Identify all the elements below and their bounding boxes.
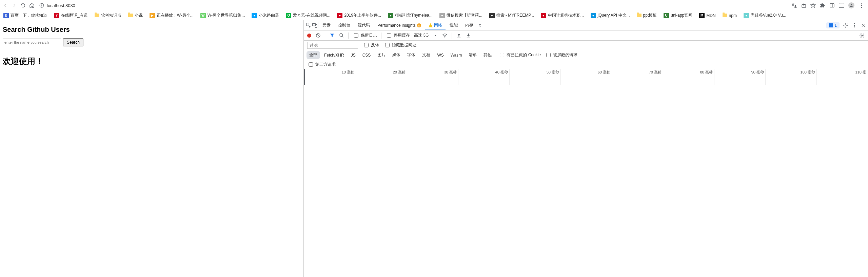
star-icon[interactable] — [810, 3, 816, 8]
type-filter-js[interactable]: JS — [348, 52, 358, 59]
settings-icon[interactable] — [843, 23, 848, 28]
blocked-requests-checkbox[interactable]: 被屏蔽的请求 — [545, 52, 577, 58]
profile-icon[interactable] — [848, 2, 854, 8]
type-filter-图片[interactable]: 图片 — [375, 51, 388, 59]
type-filter-其他[interactable]: 其他 — [481, 51, 494, 59]
bookmark-label: ppt模板 — [643, 13, 657, 18]
bookmark-item[interactable]: Y在线翻译_有道 — [53, 12, 89, 19]
hide-data-urls-checkbox[interactable]: 隐藏数据网址 — [384, 42, 416, 48]
tab-network[interactable]: 网络 — [425, 21, 446, 29]
issues-button[interactable]: 1 — [826, 22, 840, 28]
bookmark-item[interactable]: Q爱奇艺-在线视频网... — [284, 12, 332, 19]
browser-nav: localhost:8080 — [0, 0, 868, 11]
bookmark-item[interactable]: ●微信搜索【听音落... — [438, 12, 484, 19]
type-filter-wasm[interactable]: Wasm — [448, 52, 465, 59]
disable-cache-checkbox[interactable]: 停用缓存 — [386, 32, 410, 39]
bookmark-label: W-另个世界第01集... — [208, 13, 245, 18]
bookmark-label: 模板引擎Thymelea... — [395, 13, 433, 18]
type-filter-文档[interactable]: 文档 — [419, 51, 433, 59]
type-filter-媒体[interactable]: 媒体 — [390, 51, 403, 59]
clear-icon[interactable] — [315, 33, 321, 38]
filter-icon[interactable] — [329, 33, 335, 38]
bookmark-item[interactable]: npm — [721, 13, 738, 19]
menu-icon[interactable] — [859, 3, 864, 8]
download-icon[interactable] — [466, 33, 471, 38]
folder-icon — [95, 14, 99, 17]
bookmark-label: 小米路由器 — [259, 13, 279, 18]
page-heading: Search Github Users — [3, 26, 301, 34]
blocked-cookies-checkbox[interactable]: 有已拦截的 Cookie — [498, 52, 541, 58]
timeline-tick: 20 毫秒 — [393, 70, 406, 75]
timeline-tick: 110 毫 — [855, 70, 866, 75]
favicon-icon: Y — [54, 13, 59, 18]
tab-elements[interactable]: 元素 — [319, 21, 334, 29]
reload-icon[interactable] — [20, 3, 26, 8]
share-icon[interactable] — [801, 3, 806, 8]
third-party-checkbox[interactable]: 第三方请求 — [307, 61, 336, 68]
svg-point-6 — [851, 4, 852, 5]
search-input[interactable] — [3, 39, 61, 46]
throttle-select[interactable]: 高速 3G — [414, 33, 429, 38]
bookmark-item[interactable]: ●2019年上半年软件... — [336, 12, 382, 19]
timeline-ruler[interactable]: 10 毫秒20 毫秒30 毫秒40 毫秒50 毫秒60 毫秒70 毫秒80 毫秒… — [304, 69, 868, 85]
bookmark-item[interactable]: WW-另个世界第01集... — [199, 12, 246, 19]
translate-icon[interactable] — [791, 3, 797, 8]
upload-icon[interactable] — [456, 33, 461, 38]
bookmark-item[interactable]: ●搜索 - MYFREEMP... — [488, 12, 535, 19]
tab-performance[interactable]: 性能 — [446, 21, 461, 29]
bookmark-label: 小说 — [135, 13, 143, 18]
tab-sources[interactable]: 源代码 — [354, 21, 373, 29]
devtools-menu-icon[interactable] — [852, 23, 857, 28]
address-bar[interactable]: localhost:8080 — [39, 3, 75, 8]
bookmark-item[interactable]: 小说 — [127, 12, 144, 19]
wifi-icon[interactable] — [442, 33, 448, 38]
warning-icon — [429, 23, 433, 27]
bookmark-item[interactable]: ▶正在播放：W-另个... — [148, 12, 195, 19]
preserve-log-checkbox[interactable]: 保留日志 — [353, 32, 377, 39]
bookmark-item[interactable]: ●小米路由器 — [250, 12, 280, 19]
extensions-icon[interactable] — [820, 3, 825, 8]
bookmarks-bar: B百度一下，你就知道Y在线翻译_有道软考知识点小说▶正在播放：W-另个...WW… — [0, 11, 868, 20]
network-settings-icon[interactable] — [859, 33, 865, 38]
bookmark-item[interactable]: 软考知识点 — [93, 12, 123, 19]
favicon-icon: B — [3, 13, 9, 18]
device-toggle-icon[interactable] — [312, 23, 317, 28]
bookmark-label: 尚硅谷Vue2.0+Vu... — [751, 13, 786, 18]
timeline-tick: 40 毫秒 — [495, 70, 508, 75]
bookmark-item[interactable]: MMDN — [698, 12, 717, 19]
tab-memory[interactable]: 内存 — [462, 21, 477, 29]
close-devtools-icon[interactable] — [861, 23, 866, 28]
home-icon[interactable] — [29, 3, 35, 8]
svg-point-13 — [339, 34, 342, 37]
window-icon[interactable] — [839, 3, 844, 8]
search-icon[interactable] — [339, 33, 344, 38]
timeline-tick: 30 毫秒 — [444, 70, 457, 75]
bookmark-item[interactable]: ●jQuery API 中文... — [589, 12, 631, 19]
bookmark-item[interactable]: ●尚硅谷Vue2.0+Vu... — [742, 12, 788, 19]
favicon-icon: ● — [388, 13, 393, 18]
bookmark-item[interactable]: ppt模板 — [635, 12, 658, 19]
bookmark-item[interactable]: B百度一下，你就知道 — [2, 12, 48, 19]
bookmark-label: 百度一下，你就知道 — [11, 13, 47, 18]
type-filter-fetch/xhr[interactable]: Fetch/XHR — [321, 52, 347, 59]
record-icon[interactable] — [307, 34, 311, 38]
tab-perf-insights[interactable]: Performance insights▲ — [374, 22, 425, 29]
bookmark-item[interactable]: ●中国计算机技术职... — [539, 12, 585, 19]
type-filter-字体[interactable]: 字体 — [405, 51, 418, 59]
invert-checkbox[interactable]: 反转 — [363, 42, 379, 48]
folder-icon — [723, 14, 727, 17]
type-filter-css[interactable]: CSS — [360, 52, 374, 59]
throttle-caret-icon[interactable] — [433, 33, 438, 38]
bookmark-item[interactable]: Uuni-app官网 — [662, 12, 694, 19]
bookmark-item[interactable]: ●模板引擎Thymelea... — [387, 12, 434, 19]
type-filter-全部[interactable]: 全部 — [307, 51, 320, 59]
type-filter-清单[interactable]: 清单 — [466, 51, 479, 59]
filter-input[interactable] — [307, 42, 358, 49]
more-tabs-icon[interactable] — [477, 23, 483, 28]
search-button[interactable]: Search — [63, 38, 83, 46]
type-filter-ws[interactable]: WS — [434, 52, 446, 59]
sidepanel-icon[interactable] — [829, 3, 835, 8]
tab-console[interactable]: 控制台 — [335, 21, 354, 29]
favicon-icon: ● — [439, 13, 445, 18]
inspect-icon[interactable] — [306, 23, 311, 28]
